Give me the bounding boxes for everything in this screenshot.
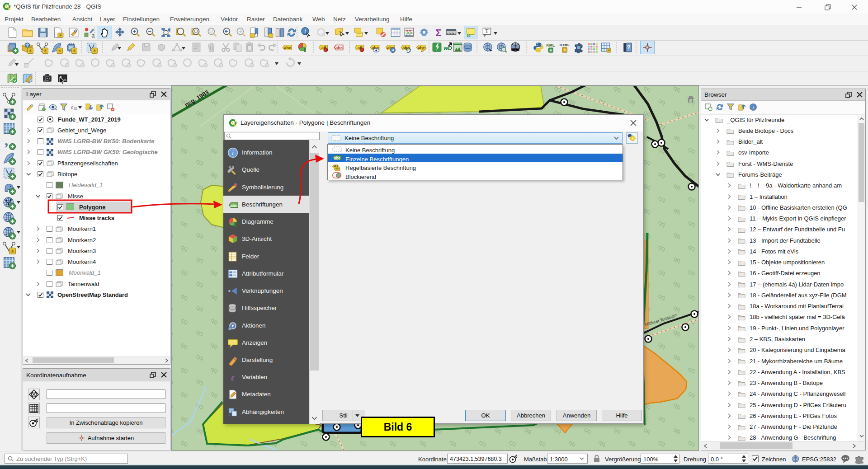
svg-text:o: o [44, 79, 46, 82]
svg-text:✳: ✳ [58, 48, 61, 53]
svg-text:abc: abc [335, 167, 340, 170]
svg-text:?: ? [627, 44, 630, 51]
svg-text:✳: ✳ [43, 48, 47, 53]
svg-text:ε: ε [231, 373, 235, 382]
svg-text:✳: ✳ [28, 48, 32, 53]
svg-text:abc: abc [335, 46, 343, 50]
svg-text:✳: ✳ [563, 47, 566, 52]
svg-text:✳: ✳ [93, 48, 96, 53]
svg-text:✳: ✳ [607, 48, 610, 52]
svg-text:abc: abc [284, 46, 291, 50]
svg-text:abc: abc [334, 156, 341, 160]
svg-text:ε: ε [71, 104, 73, 110]
svg-text:i: i [752, 104, 754, 110]
svg-text:✳: ✳ [10, 249, 14, 254]
svg-text:i: i [232, 150, 234, 157]
svg-text:✶: ✶ [59, 33, 62, 38]
svg-text:T: T [485, 28, 489, 34]
svg-text:1:1: 1:1 [209, 30, 213, 33]
svg-text:,: , [5, 136, 8, 149]
svg-text:✳: ✳ [72, 48, 76, 53]
svg-text:HTML: HTML [560, 43, 570, 47]
svg-text:abc: abc [230, 203, 237, 208]
svg-text:KML: KML [547, 43, 555, 47]
svg-text:Σ: Σ [436, 27, 442, 38]
svg-text:i: i [304, 28, 306, 34]
svg-text:wD: wD [443, 45, 452, 52]
